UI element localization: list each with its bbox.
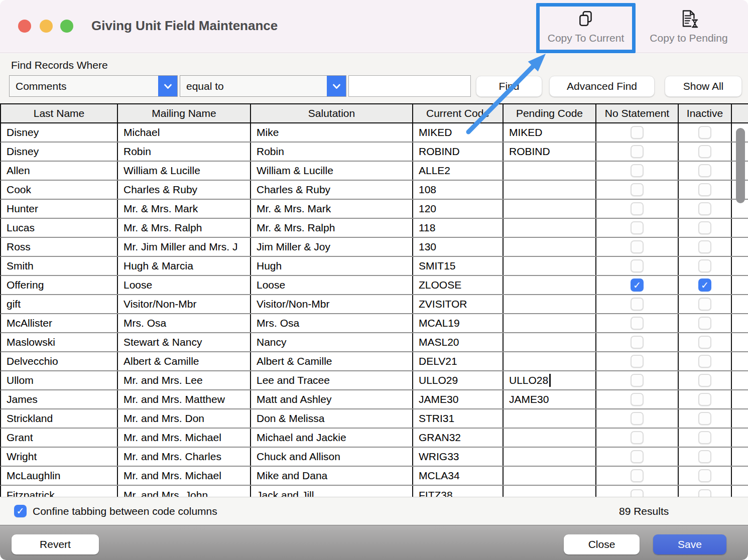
inactive-checkbox[interactable] <box>698 240 711 253</box>
inactive-checkbox[interactable] <box>698 431 711 444</box>
cell-current[interactable]: ZVISITOR <box>413 295 504 313</box>
cell-pending[interactable] <box>504 409 596 428</box>
no-statement-checkbox[interactable] <box>631 298 644 311</box>
table-row: MaslowskiStewart & NancyNancyMASL20 <box>0 333 748 352</box>
cell-current[interactable]: DELV21 <box>413 352 504 370</box>
cell-pending[interactable] <box>504 257 596 275</box>
inactive-checkbox[interactable] <box>698 259 711 272</box>
traffic-minimize-button[interactable] <box>40 20 53 33</box>
inactive-checkbox[interactable] <box>698 374 711 387</box>
save-button[interactable]: Save <box>653 534 726 554</box>
inactive-checkbox[interactable] <box>698 489 711 497</box>
revert-button[interactable]: Revert <box>12 534 99 554</box>
cell-pending[interactable] <box>504 467 596 485</box>
inactive-checkbox[interactable] <box>698 393 711 406</box>
cell-current[interactable]: STRI31 <box>413 409 504 428</box>
cell-current[interactable]: JAME30 <box>413 390 504 408</box>
no-statement-checkbox[interactable] <box>631 336 644 349</box>
inactive-checkbox[interactable] <box>698 221 711 234</box>
cell-pending[interactable] <box>504 276 596 294</box>
no-statement-checkbox[interactable] <box>631 145 644 158</box>
cell-current[interactable]: MCLA34 <box>413 467 504 485</box>
inactive-checkbox[interactable] <box>698 450 711 463</box>
inactive-checkbox[interactable] <box>698 317 711 330</box>
cell-current[interactable]: SMIT15 <box>413 257 504 275</box>
cell-current[interactable]: MIKED <box>413 123 504 142</box>
no-statement-checkbox[interactable] <box>631 164 644 177</box>
inactive-checkbox[interactable] <box>698 469 711 482</box>
cell-pending[interactable]: JAME30 <box>504 390 596 408</box>
cell-pending[interactable] <box>504 219 596 237</box>
cell-pending[interactable] <box>504 429 596 447</box>
cell-pending[interactable]: MIKED <box>504 123 596 142</box>
inactive-checkbox[interactable] <box>698 412 711 425</box>
no-statement-checkbox[interactable] <box>631 183 644 196</box>
cell-pending[interactable]: ULLO28 <box>504 371 596 389</box>
cell-current[interactable]: MASL20 <box>413 333 504 351</box>
cell-current[interactable]: 108 <box>413 181 504 199</box>
row-filler <box>732 429 748 447</box>
cell-pending[interactable] <box>504 448 596 466</box>
inactive-checkbox[interactable] <box>698 126 711 139</box>
inactive-checkbox[interactable] <box>698 336 711 349</box>
no-statement-checkbox[interactable] <box>631 202 644 215</box>
field-dropdown[interactable]: Comments <box>9 75 178 97</box>
cell-current[interactable]: 120 <box>413 200 504 218</box>
copy-to-pending-button[interactable]: Copy to Pending <box>641 5 736 50</box>
inactive-checkbox[interactable] <box>698 202 711 215</box>
traffic-zoom-button[interactable] <box>60 20 73 33</box>
cell-current[interactable]: GRAN32 <box>413 429 504 447</box>
no-statement-checkbox[interactable] <box>631 259 644 272</box>
copy-to-current-button[interactable]: Copy To Current <box>538 5 634 50</box>
no-statement-checkbox[interactable] <box>631 278 644 292</box>
cell-pending[interactable] <box>504 352 596 370</box>
cell-pending[interactable]: ROBIND <box>504 143 596 161</box>
no-statement-checkbox[interactable] <box>631 374 644 387</box>
no-statement-checkbox[interactable] <box>631 489 644 497</box>
cell-pending[interactable] <box>504 162 596 180</box>
no-statement-checkbox[interactable] <box>631 126 644 139</box>
find-button[interactable]: Find <box>476 76 542 97</box>
no-statement-checkbox[interactable] <box>631 317 644 330</box>
no-statement-checkbox[interactable] <box>631 450 644 463</box>
cell-pending[interactable] <box>504 238 596 256</box>
no-statement-checkbox[interactable] <box>631 355 644 368</box>
cell-current[interactable]: WRIG33 <box>413 448 504 466</box>
inactive-checkbox[interactable] <box>698 355 711 368</box>
advanced-find-button[interactable]: Advanced Find <box>549 76 655 97</box>
inactive-checkbox[interactable] <box>698 145 711 158</box>
cell-pending[interactable] <box>504 181 596 199</box>
cell-pending[interactable] <box>504 486 596 497</box>
cell-current[interactable]: 130 <box>413 238 504 256</box>
no-statement-checkbox[interactable] <box>631 431 644 444</box>
inactive-checkbox[interactable] <box>698 183 711 196</box>
show-all-button[interactable]: Show All <box>665 76 742 97</box>
cell-current[interactable]: MCAL19 <box>413 314 504 332</box>
no-statement-checkbox[interactable] <box>631 221 644 234</box>
search-input[interactable] <box>348 75 471 97</box>
cell-current[interactable]: 118 <box>413 219 504 237</box>
operator-dropdown[interactable]: equal to <box>180 75 346 97</box>
inactive-checkbox[interactable] <box>698 278 711 292</box>
cell-current[interactable]: FITZ38 <box>413 486 504 497</box>
cell-pending[interactable] <box>504 333 596 351</box>
vertical-scrollbar-thumb[interactable] <box>736 128 745 203</box>
cell-pending[interactable] <box>504 200 596 218</box>
no-statement-checkbox[interactable] <box>631 469 644 482</box>
cell-current[interactable]: ALLE2 <box>413 162 504 180</box>
confine-tabbing-checkbox[interactable] <box>14 505 27 517</box>
cell-current[interactable]: ZLOOSE <box>413 276 504 294</box>
cell-salutation-text: Michael and Jackie <box>257 432 346 444</box>
cell-pending[interactable] <box>504 314 596 332</box>
no-statement-checkbox[interactable] <box>631 412 644 425</box>
cell-current[interactable]: ULLO29 <box>413 371 504 389</box>
inactive-checkbox[interactable] <box>698 298 711 311</box>
cell-current[interactable]: ROBIND <box>413 143 504 161</box>
traffic-close-button[interactable] <box>18 20 31 33</box>
inactive-checkbox[interactable] <box>698 164 711 177</box>
window-title: Giving Unit Field Maintenance <box>91 18 278 34</box>
no-statement-checkbox[interactable] <box>631 393 644 406</box>
close-button[interactable]: Close <box>564 534 640 554</box>
cell-pending[interactable] <box>504 295 596 313</box>
no-statement-checkbox[interactable] <box>631 240 644 253</box>
